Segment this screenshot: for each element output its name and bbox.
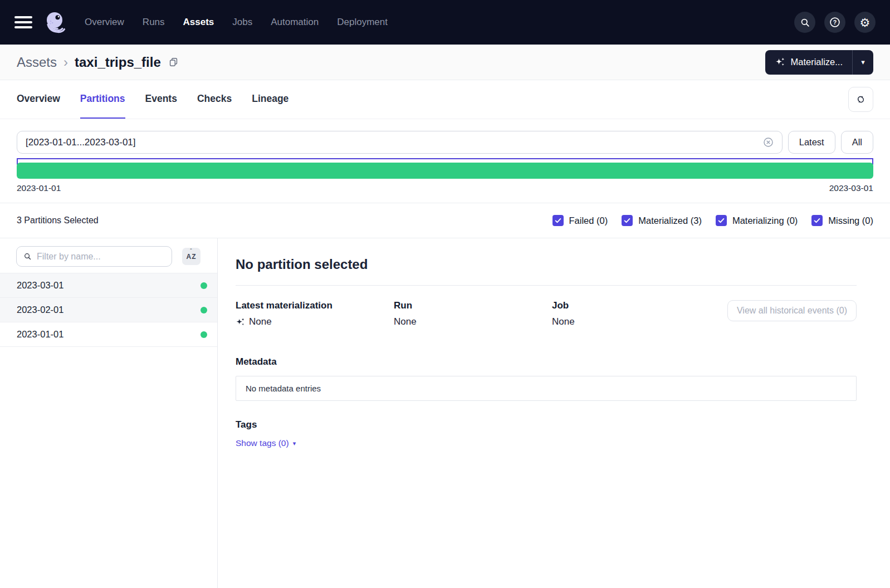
selection-summary-row: 3 Partitions Selected Failed (0) Materia… <box>0 203 890 238</box>
filter-by-name-field[interactable] <box>37 252 165 262</box>
tab-events[interactable]: Events <box>145 80 177 119</box>
partition-row[interactable]: 2023-01-01 <box>0 322 217 347</box>
hamburger-menu-icon[interactable] <box>14 16 32 28</box>
nav-item-automation[interactable]: Automation <box>271 17 319 28</box>
all-button[interactable]: All <box>841 131 873 154</box>
search-icon[interactable] <box>794 12 815 33</box>
partition-row[interactable]: 2023-03-01 <box>0 273 217 298</box>
search-icon <box>23 252 32 261</box>
checkbox-checked-icon[interactable] <box>622 215 633 226</box>
sparkle-icon <box>775 57 785 67</box>
status-filters: Failed (0) Materialized (3) Materializin… <box>552 215 873 226</box>
tab-partitions[interactable]: Partitions <box>80 80 125 119</box>
sort-alphabetical-icon[interactable]: ˆ AZ <box>182 248 201 265</box>
breadcrumb-separator: › <box>63 55 68 70</box>
materialize-button-group: Materialize... ▾ <box>765 50 873 75</box>
metadata-empty-box: No metadata entries <box>236 376 857 401</box>
tab-checks[interactable]: Checks <box>197 80 232 119</box>
clear-range-icon[interactable] <box>762 136 774 148</box>
partition-range-input[interactable]: [2023-01-01...2023-03-01] <box>17 131 783 154</box>
tab-overview[interactable]: Overview <box>17 80 60 119</box>
materialized-status-dot <box>201 282 207 289</box>
partitions-selected-count: 3 Partitions Selected <box>17 215 99 226</box>
nav-item-overview[interactable]: Overview <box>85 17 124 28</box>
nav-item-assets[interactable]: Assets <box>183 17 214 28</box>
latest-button[interactable]: Latest <box>788 131 835 154</box>
job-stat: Job None <box>552 300 710 327</box>
filter-materialized[interactable]: Materialized (3) <box>622 215 702 226</box>
partition-row[interactable]: 2023-02-01 <box>0 298 217 322</box>
partition-list: 2023-03-01 2023-02-01 2023-01-01 <box>0 273 217 347</box>
svg-text:?: ? <box>833 19 837 26</box>
show-tags-toggle[interactable]: Show tags (0) ▾ <box>236 438 296 448</box>
refresh-icon <box>855 94 866 105</box>
materialize-dropdown-button[interactable]: ▾ <box>853 50 873 75</box>
materialized-status-dot <box>201 331 207 338</box>
metadata-heading: Metadata <box>236 356 857 367</box>
view-historical-events-button[interactable]: View all historical events (0) <box>727 300 857 321</box>
partition-health-bar[interactable] <box>17 163 873 179</box>
partition-range-section: [2023-01-01...2023-03-01] Latest All 202… <box>0 119 890 203</box>
filter-materializing[interactable]: Materializing (0) <box>716 215 798 226</box>
copy-icon[interactable] <box>168 57 179 67</box>
nav-item-jobs[interactable]: Jobs <box>232 17 252 28</box>
partition-range-value: [2023-01-01...2023-03-01] <box>26 137 762 148</box>
chevron-down-icon: ▾ <box>861 58 865 66</box>
tags-heading: Tags <box>236 419 857 430</box>
detail-title: No partition selected <box>236 257 857 272</box>
nav-actions: ? ⚙ <box>794 12 876 33</box>
nav-item-runs[interactable]: Runs <box>143 17 165 28</box>
latest-materialization-stat: Latest materialization None <box>236 300 394 327</box>
dagster-app: Overview Runs Assets Jobs Automation Dep… <box>0 0 890 588</box>
range-start-label: 2023-01-01 <box>17 183 61 193</box>
checkbox-checked-icon[interactable] <box>716 215 727 226</box>
partition-list-panel: ˆ AZ 2023-03-01 2023-02-01 2023-01-01 <box>0 238 218 588</box>
page-title: taxi_trips_file <box>75 55 161 70</box>
asset-tabs-row: Overview Partitions Events Checks Lineag… <box>0 80 890 119</box>
refresh-button[interactable] <box>848 87 873 112</box>
settings-gear-icon[interactable]: ⚙ <box>854 12 876 33</box>
help-icon[interactable]: ? <box>824 12 845 33</box>
dagster-logo-icon <box>42 10 67 35</box>
top-nav: Overview Runs Assets Jobs Automation Dep… <box>0 0 890 45</box>
chevron-down-icon: ▾ <box>293 440 296 447</box>
primary-nav: Overview Runs Assets Jobs Automation Dep… <box>85 17 388 28</box>
materialize-button[interactable]: Materialize... <box>765 50 852 75</box>
breadcrumb-assets-link[interactable]: Assets <box>17 55 57 70</box>
run-stat: Run None <box>394 300 552 327</box>
tab-lineage[interactable]: Lineage <box>252 80 288 119</box>
checkbox-checked-icon[interactable] <box>552 215 564 226</box>
range-end-label: 2023-03-01 <box>829 183 873 193</box>
sparkle-icon <box>236 317 245 327</box>
filter-missing[interactable]: Missing (0) <box>811 215 873 226</box>
asset-header: Assets › taxi_trips_file Materialize... … <box>0 45 890 80</box>
nav-item-deployment[interactable]: Deployment <box>337 17 388 28</box>
partition-filter-input[interactable] <box>16 246 172 267</box>
checkbox-checked-icon[interactable] <box>811 215 823 226</box>
divider <box>236 285 857 286</box>
asset-tabs: Overview Partitions Events Checks Lineag… <box>17 80 288 119</box>
filter-failed[interactable]: Failed (0) <box>552 215 608 226</box>
partition-detail-panel: No partition selected Latest materializa… <box>218 238 890 588</box>
materialized-status-dot <box>201 307 207 313</box>
